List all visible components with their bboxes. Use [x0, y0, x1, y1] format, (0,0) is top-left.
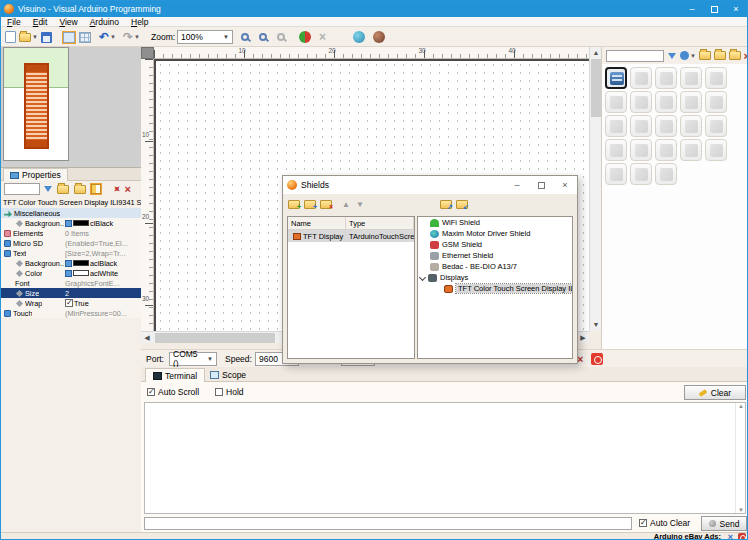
palette-search-input[interactable]	[606, 50, 664, 62]
palette-component-22[interactable]	[655, 163, 677, 185]
chevron-down-icon[interactable]	[419, 274, 426, 281]
port-select[interactable]: COM5 ()▼	[169, 352, 217, 366]
property-row-touch[interactable]: Touch(MinPressure=00...	[1, 308, 141, 318]
ads-refresh-icon[interactable]	[738, 533, 746, 540]
palette-collapse-icon[interactable]	[729, 51, 741, 60]
palette-component-21[interactable]	[630, 163, 652, 185]
property-row-text[interactable]: Text[Size=2,Wrap=Tr...	[1, 248, 141, 258]
menu-view[interactable]: View	[53, 17, 83, 27]
auto-scroll-checkbox[interactable]: Auto Scroll	[147, 387, 199, 397]
zoom-out-button[interactable]	[259, 30, 267, 44]
tree-item-gsm-shield[interactable]: GSM Shield	[418, 239, 572, 250]
tree-item-displays[interactable]: Displays	[418, 272, 572, 283]
scroll-right-icon[interactable]: ▶	[577, 333, 589, 343]
tree-item-ethernet-shield[interactable]: Ethernet Shield	[418, 250, 572, 261]
palette-component-15[interactable]	[605, 139, 627, 161]
filter-icon[interactable]	[44, 186, 52, 192]
auto-scroll-checkbox-box[interactable]	[147, 388, 155, 396]
canvas-vertical-scrollbar[interactable]: ▲ ▼	[589, 47, 601, 331]
zoom-select[interactable]: 100%▼	[177, 30, 233, 44]
palette-component-3[interactable]	[680, 67, 702, 89]
hscroll-thumb[interactable]	[155, 333, 275, 343]
clear-button[interactable]: Clear	[684, 385, 746, 400]
design-preview-pane[interactable]	[1, 47, 141, 168]
remove-shield-button[interactable]: ×	[320, 200, 332, 209]
build-upload-button[interactable]	[299, 30, 311, 44]
close-ads-icon[interactable]: ×	[728, 532, 733, 540]
tft-component-thumbnail[interactable]	[24, 63, 49, 149]
property-row-font[interactable]: FontGraphicsFontE...	[1, 278, 141, 288]
property-row-miscellaneous[interactable]: Miscellaneous	[1, 208, 141, 218]
collapse-categories-button[interactable]: ↙	[456, 200, 468, 209]
expand-all-icon[interactable]	[57, 185, 69, 194]
delete-button[interactable]: ×	[319, 30, 326, 44]
expand-categories-button[interactable]: ↗	[440, 200, 452, 209]
terminal-scroll-down-icon[interactable]: ▼	[736, 507, 746, 513]
palette-component-2[interactable]	[655, 67, 677, 89]
new-project-button[interactable]	[5, 30, 16, 44]
palette-component-11[interactable]	[630, 115, 652, 137]
property-row-color[interactable]: ColoraclWhite	[1, 268, 141, 278]
palette-component-16[interactable]	[630, 139, 652, 161]
layout-toggle-button[interactable]	[63, 30, 75, 44]
dialog-close-button[interactable]: ×	[553, 176, 577, 194]
column-header-type[interactable]: Type	[346, 217, 414, 230]
grid-toggle-button[interactable]	[79, 30, 91, 44]
auto-clear-checkbox-box[interactable]	[639, 519, 647, 527]
tab-scope[interactable]: Scope	[203, 368, 253, 382]
terminal-output[interactable]: ▲ ▼	[144, 402, 746, 514]
tree-item-bedac-be-dio-a13-7[interactable]: Bedac - BE-DIO A13/7	[418, 261, 572, 272]
dialog-minimize-button[interactable]: –	[505, 176, 529, 194]
connect-button[interactable]	[591, 352, 603, 366]
palette-component-10[interactable]	[605, 115, 627, 137]
tab-terminal[interactable]: Terminal	[145, 368, 205, 382]
clear-filter-icon[interactable]: ×	[125, 184, 131, 194]
web-help-button[interactable]	[353, 30, 365, 44]
expand-plus-icon[interactable]	[65, 270, 72, 277]
terminal-scrollbar[interactable]: ▲ ▼	[735, 403, 745, 513]
property-row-backgroun-[interactable]: Backgroun..aclBlack	[1, 258, 141, 268]
menu-file[interactable]: File	[1, 17, 27, 27]
menu-arduino[interactable]: Arduino	[84, 17, 125, 27]
pin-icon[interactable]: ✦	[111, 183, 123, 195]
palette-component-7[interactable]	[655, 91, 677, 113]
terminal-scroll-up-icon[interactable]: ▲	[736, 403, 746, 409]
vscroll-thumb[interactable]	[591, 59, 601, 117]
palette-component-14[interactable]	[705, 115, 727, 137]
shield-list-row[interactable]: TFT DisplayTArduinoTouchScree...	[288, 230, 414, 242]
tree-item-tft-color-touch-screen-display-ili9341-shield[interactable]: TFT Color Touch Screen Display ILI9341 S…	[418, 283, 572, 294]
property-row-micro-sd[interactable]: Micro SD(Enabled=True,El...	[1, 238, 141, 248]
save-project-button[interactable]	[41, 30, 52, 44]
close-button[interactable]: ×	[725, 1, 747, 17]
palette-component-17[interactable]	[655, 139, 677, 161]
palette-component-9[interactable]	[705, 91, 727, 113]
community-button[interactable]	[373, 30, 385, 44]
add-shield-alt-button[interactable]: +	[304, 200, 316, 209]
auto-clear-checkbox[interactable]: Auto Clear	[639, 518, 690, 528]
zoom-reset-button[interactable]	[277, 30, 285, 44]
column-header-name[interactable]: Name	[288, 217, 346, 230]
expand-plus-icon[interactable]	[65, 220, 72, 227]
hold-checkbox-box[interactable]	[215, 388, 223, 396]
property-row-elements[interactable]: Elements0 Items	[1, 228, 141, 238]
move-down-button[interactable]: ▼	[356, 200, 364, 209]
value-checkbox[interactable]	[65, 299, 73, 307]
palette-expand-icon[interactable]	[714, 51, 726, 60]
palette-filter-icon[interactable]	[668, 53, 676, 59]
palette-component-0[interactable]	[605, 67, 627, 89]
property-row-wrap[interactable]: WrapTrue	[1, 298, 141, 308]
palette-component-18[interactable]	[680, 139, 702, 161]
maximize-button[interactable]	[703, 1, 725, 17]
collapse-all-icon[interactable]	[74, 185, 86, 194]
palette-component-19[interactable]	[705, 139, 727, 161]
send-button[interactable]: Send	[701, 516, 747, 531]
palette-component-13[interactable]	[680, 115, 702, 137]
properties-search-input[interactable]	[4, 183, 40, 195]
palette-component-5[interactable]	[605, 91, 627, 113]
user-filter-icon[interactable]	[680, 51, 689, 60]
palette-component-6[interactable]	[630, 91, 652, 113]
shields-dialog-titlebar[interactable]: Shields – ×	[283, 176, 577, 194]
tree-item-wifi-shield[interactable]: WiFi Shield	[418, 217, 572, 228]
palette-component-1[interactable]	[630, 67, 652, 89]
move-up-button[interactable]: ▲	[342, 200, 350, 209]
